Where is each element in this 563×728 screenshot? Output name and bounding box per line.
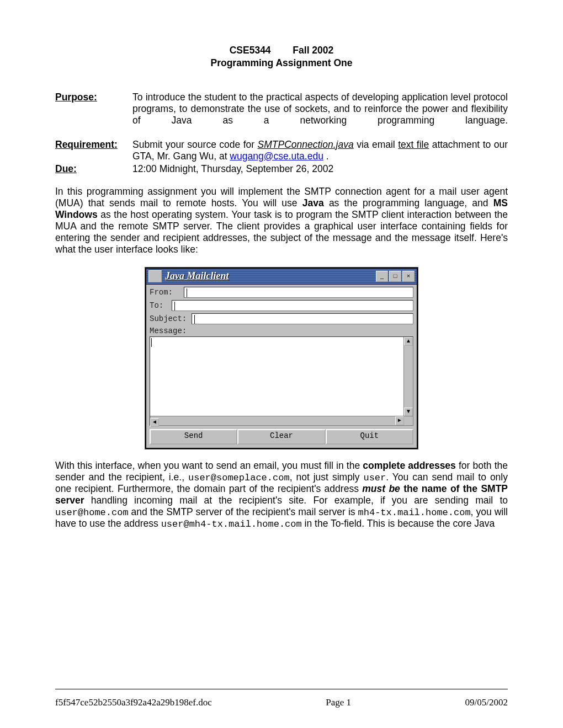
addr-example-4: mh4-tx.mail.home.com — [358, 507, 471, 518]
p1b: as the programming language, and — [324, 197, 493, 208]
java-bold: Java — [302, 197, 324, 208]
req-textfile: text file — [398, 139, 429, 150]
p2h: in the To-field. This is because the cor… — [302, 518, 495, 529]
maximize-icon[interactable]: □ — [389, 271, 401, 282]
to-label: To: — [150, 301, 172, 310]
message-textarea-wrap: ▲ ▼ ◄ ► — [150, 336, 413, 426]
vertical-scrollbar[interactable]: ▲ ▼ — [403, 337, 413, 416]
scroll-down-icon[interactable]: ▼ — [404, 408, 413, 416]
p2a: With this interface, when you want to se… — [55, 460, 363, 471]
p2c: , not just simply — [290, 472, 364, 483]
quit-button[interactable]: Quit — [326, 429, 413, 445]
message-label: Message: — [150, 326, 413, 335]
p2e: handling incoming mail at the recipient'… — [84, 495, 508, 506]
footer-page: Page 1 — [326, 697, 351, 708]
subtitle: Programming Assignment One — [55, 57, 508, 69]
window-title: Java Mailclient — [165, 270, 376, 282]
addr-example-5: user@mh4-tx.mail.home.com — [161, 519, 302, 529]
addr-example-3: user@home.com — [55, 507, 129, 518]
purpose-row: Purpose: To introduce the student to the… — [55, 92, 508, 138]
addr-example-1: user@someplace.com — [188, 473, 290, 483]
from-input[interactable] — [184, 287, 413, 298]
footer-filename: f5f547ce52b2550a3f92a42a29b198ef.doc — [55, 697, 212, 708]
term: Fall 2002 — [293, 45, 333, 56]
mailclient-body: From: To: Subject: Message: ▲ ▼ — [146, 285, 417, 448]
mailclient-figure: Java Mailclient _ □ × From: To: Subject: — [55, 267, 508, 449]
complete-addresses-bold: complete addresses — [363, 460, 456, 471]
page-footer: f5f547ce52b2550a3f92a42a29b198ef.doc Pag… — [55, 689, 508, 708]
req-pre: Submit your source code for — [132, 139, 258, 150]
scroll-corner — [404, 416, 413, 425]
subject-input[interactable] — [192, 313, 413, 324]
footer-date: 09/05/2002 — [465, 697, 508, 708]
due-label: Due: — [55, 163, 132, 175]
minimize-icon[interactable]: _ — [376, 271, 388, 282]
explanation-paragraph: With this interface, when you want to se… — [55, 460, 508, 529]
window-system-icon[interactable] — [148, 270, 162, 282]
document-page: CSE5344 Fall 2002 Programming Assignment… — [0, 0, 563, 728]
horizontal-scrollbar[interactable]: ◄ ► — [150, 416, 413, 425]
scroll-right-icon[interactable]: ► — [395, 416, 404, 425]
purpose-text: To introduce the student to the practica… — [132, 92, 508, 138]
course-code: CSE5344 — [230, 45, 271, 56]
clear-button[interactable]: Clear — [237, 429, 325, 445]
title-block: CSE5344 Fall 2002 Programming Assignment… — [55, 44, 508, 69]
p2f: and the SMTP server of the recipient's m… — [129, 506, 358, 517]
req-mid: via email — [354, 139, 399, 150]
mailclient-window: Java Mailclient _ □ × From: To: Subject: — [145, 267, 418, 449]
to-input[interactable] — [172, 300, 413, 311]
due-text: 12:00 Midnight, Thursday, September 26, … — [132, 163, 508, 175]
req-line2-post: . — [323, 151, 329, 162]
purpose-label: Purpose: — [55, 92, 132, 138]
intro-paragraph: In this programming assignment you will … — [55, 186, 508, 255]
scroll-left-icon[interactable]: ◄ — [150, 418, 159, 427]
button-row: Send Clear Quit — [150, 429, 413, 445]
requirement-label: Requirement: — [55, 139, 132, 162]
from-label: From: — [150, 288, 184, 297]
requirement-row: Requirement: Submit your source code for… — [55, 139, 508, 162]
addr-example-2: user — [363, 473, 386, 483]
due-row: Due: 12:00 Midnight, Thursday, September… — [55, 163, 508, 175]
subject-label: Subject: — [150, 314, 192, 323]
requirement-body: Submit your source code for SMTPConnecti… — [132, 139, 508, 162]
p1c: as the host operating system. Your task … — [55, 209, 508, 255]
req-file: SMTPConnection.java — [258, 139, 354, 150]
mustbe-bold-italic: must be — [362, 483, 400, 494]
gta-email-link[interactable]: wugang@cse.uta.edu — [230, 151, 323, 162]
send-button[interactable]: Send — [150, 429, 237, 445]
close-icon[interactable]: × — [402, 271, 415, 282]
titlebar: Java Mailclient _ □ × — [146, 269, 417, 285]
message-textarea[interactable] — [150, 337, 404, 416]
scroll-up-icon[interactable]: ▲ — [404, 337, 413, 346]
